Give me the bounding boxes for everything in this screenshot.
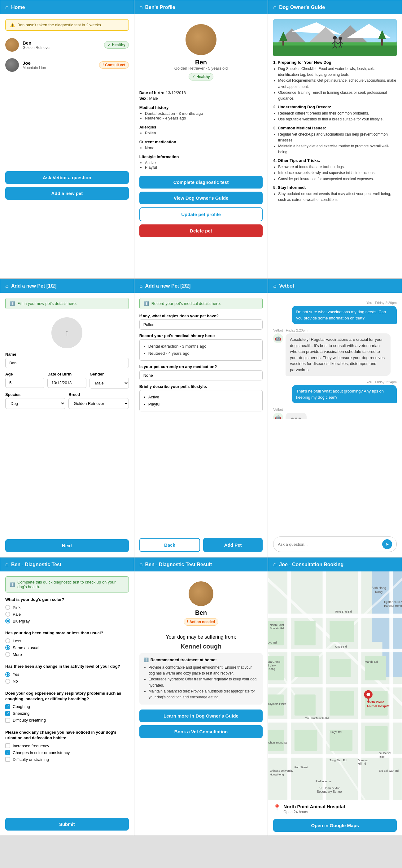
svg-point-12 [333, 36, 337, 40]
q5-opt-freq[interactable]: Increased frequency [5, 743, 129, 748]
q4-opt-cough[interactable]: ✓ Coughing [5, 704, 129, 709]
pet-card-joe[interactable]: Joe Mountain Lion ! Consult vet [5, 55, 129, 75]
svg-text:North Point: North Point [367, 701, 384, 704]
q2-opt-less[interactable]: Less [5, 638, 129, 643]
breed-label: Breed [68, 392, 128, 397]
q1-opt-pink[interactable]: Pink [5, 605, 129, 610]
submit-button[interactable]: Submit [5, 818, 129, 831]
alert-icon: ! [103, 63, 104, 67]
medication-label: Current medication [139, 140, 263, 144]
age-input[interactable] [5, 378, 44, 388]
q2-opt-more[interactable]: More [5, 652, 129, 657]
ben-profile-badge: ✓ Healthy [189, 73, 213, 81]
q3-opt-no[interactable]: No [5, 679, 129, 684]
name-input[interactable] [5, 358, 129, 368]
action-status-text: Action needed [190, 620, 215, 624]
medical-form-field: Record your pet's medical history here: … [139, 333, 263, 361]
diagnostic-result-panel: ⌂ Ben - Diagnostic Test Result Ben ! Act… [134, 557, 268, 836]
upload-area[interactable]: ↑ [51, 317, 82, 348]
q1-block: What is your dog's gum color? Pink Pale … [5, 597, 129, 625]
chat-msg-4-typing: Vetbot 🤖 [273, 408, 397, 419]
update-profile-button[interactable]: Update pet profile [139, 208, 263, 221]
vetbot-panel: ⌂ Vetbot You Friday 2:20pm I'm not sure … [268, 279, 402, 557]
bot-icon-2: 🤖 [273, 413, 283, 419]
result-avatar [189, 581, 213, 606]
lifestyle-form-field: Briefly describe your pet's lifestyle: A… [139, 384, 263, 411]
svg-text:Hill Rd: Hill Rd [358, 762, 366, 765]
species-select[interactable]: Dog Cat [5, 398, 65, 409]
hospital-hours: Open 24 hours [283, 810, 345, 814]
svg-text:Siu Sai Wan Rd: Siu Sai Wan Rd [379, 769, 399, 772]
chat-input-row[interactable]: ➤ [273, 536, 397, 552]
q2-label-less: Less [13, 639, 21, 643]
location-card: 📍 North Point Animal Hospital Open 24 ho… [268, 800, 402, 836]
diagnostic-header: ⌂ Ben - Diagnostic Test [0, 558, 134, 571]
add-pet-button[interactable]: Add a new pet [5, 187, 129, 200]
guide-sections: 1. Preparing for Your New Dog: Dog Suppl… [273, 60, 397, 203]
q3-opt-yes[interactable]: Yes [5, 672, 129, 677]
species-label: Species [5, 392, 65, 397]
q1-opt-bluegray[interactable]: Blue/gray [5, 619, 129, 623]
view-guide-button[interactable]: View Dog Owner's Guide [139, 192, 263, 204]
q4-opt-sneeze[interactable]: ✓ Sneezing [5, 711, 129, 716]
medical-list-item-0: Dental extraction - 3 months ago [148, 343, 260, 350]
ben-info: Ben Golden Retriever [23, 40, 100, 50]
q5-opt-color[interactable]: ✓ Changes in color or consistency [5, 750, 129, 755]
home-title: Home [11, 5, 25, 10]
home-icon-9: ⌂ [273, 561, 277, 568]
q1-opt-pale[interactable]: Pale [5, 612, 129, 617]
ben-status-text: Healthy [112, 43, 125, 47]
chat-msg-1: You Friday 2:20pm I'm not sure what vacc… [273, 301, 397, 324]
add-pet-2-panel: ⌂ Add a new Pet [2/2] ℹ️ Record your pet… [134, 279, 268, 557]
send-button[interactable]: ➤ [382, 539, 392, 549]
info-icon-2: ℹ️ [144, 301, 149, 306]
ask-vetbot-button[interactable]: Ask Vetbot a question [5, 171, 129, 184]
q4-text: Does your dog experience any respiratory… [5, 691, 129, 702]
chat-input[interactable] [278, 542, 380, 547]
guide-section-5-list: Stay updated on current events that may … [273, 191, 397, 203]
back-button[interactable]: Back [139, 538, 200, 552]
ben-profile-avatar [185, 24, 217, 55]
q2-opt-same[interactable]: Same as usual [5, 645, 129, 650]
breed-select[interactable]: Golden Retriever [68, 398, 128, 409]
allergies-list: Pollen [139, 131, 263, 135]
add-pet-2-info: ℹ️ Record your pet's medical details her… [139, 298, 263, 309]
medical-list-item-1: Neutered - 4 years ago [148, 350, 260, 357]
open-maps-button[interactable]: Open in Google Maps [273, 819, 397, 832]
joe-name: Joe [23, 60, 95, 66]
add-pet-button-2[interactable]: Add Pet [203, 538, 263, 552]
bot-row-1: 🤖 Absolutely! Regular vaccinations are c… [273, 333, 397, 376]
svg-text:Tong Shui Rd: Tong Shui Rd [330, 759, 347, 762]
q4-opt-breath[interactable]: Difficulty breathing [5, 718, 129, 723]
diagnostic-panel: ⌂ Ben - Diagnostic Test ℹ️ Complete this… [0, 557, 134, 836]
delete-pet-button[interactable]: Delete pet [139, 224, 263, 237]
svg-text:Grand View: Grand View [268, 664, 276, 667]
learn-more-button[interactable]: Learn more in Dog Owner's Guide [139, 710, 263, 722]
dob-input[interactable] [48, 378, 86, 388]
q2-label-more: More [13, 652, 22, 657]
diagnosis-prefix-text: Your dog may be suffering from: [166, 634, 236, 640]
joe-avatar [5, 58, 19, 72]
svg-text:King's Rd: King's Rd [335, 645, 347, 648]
guide-section-4-title: 4. Other Tips and Tricks: [273, 158, 397, 163]
sex-label: Sex: [139, 96, 148, 101]
book-consultation-button[interactable]: Book a Vet Consultation [139, 725, 263, 738]
vetbot-header: ⌂ Vetbot [268, 279, 402, 293]
q3-label-no: No [13, 679, 18, 683]
q5-opt-strain[interactable]: Difficulty or straining [5, 757, 129, 762]
next-button[interactable]: Next [5, 539, 129, 552]
gender-select[interactable]: Male Female [89, 378, 128, 389]
add-pet-1-info-text: Fill in your new pet's details here. [17, 301, 77, 306]
bens-profile-panel: ⌂ Ben's Profile Ben Golden Retriever · 5… [134, 0, 268, 279]
add-pet-1-title: Add a new Pet [1/2] [11, 283, 57, 289]
q2-text: Has your dog been eating more or less th… [5, 630, 129, 636]
profile-center: Ben Golden Retriever · 5 years old ✓ Hea… [139, 19, 263, 86]
allergies-input[interactable] [139, 319, 263, 330]
guide-item-5-0: Stay updated on current events that may … [278, 191, 397, 203]
svg-text:Chun Yeung St: Chun Yeung St [268, 741, 287, 744]
medication-input[interactable] [139, 370, 263, 380]
q4-label-sneeze: Sneezing [13, 711, 29, 716]
complete-diagnostic-button[interactable]: Complete diagnostic test [139, 176, 263, 188]
pet-card-ben[interactable]: Ben Golden Retriever ✓ Healthy [5, 35, 129, 55]
location-info: North Point Animal Hospital Open 24 hour… [283, 804, 345, 816]
